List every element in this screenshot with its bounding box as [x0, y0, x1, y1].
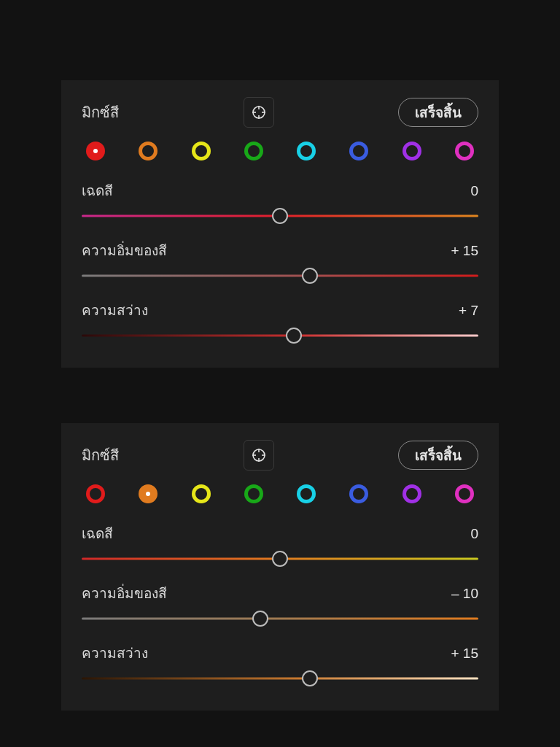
saturation-slider-group: ความอิ่มของสี – 10	[82, 582, 478, 629]
slider-thumb[interactable]	[252, 611, 268, 627]
saturation-value: – 10	[451, 586, 478, 602]
panel-title: มิกซ์สี	[82, 101, 119, 124]
swatch-purple[interactable]	[402, 484, 421, 503]
luminance-label: ความสว่าง	[82, 642, 148, 664]
swatch-green[interactable]	[244, 484, 263, 503]
panel-header: มิกซ์สี เสร็จสิ้น	[82, 96, 478, 128]
luminance-track	[82, 335, 478, 337]
swatch-cyan[interactable]	[297, 484, 316, 503]
swatch-orange[interactable]	[139, 142, 158, 160]
slider-thumb[interactable]	[302, 268, 318, 284]
swatch-red[interactable]	[86, 484, 105, 503]
saturation-slider[interactable]	[82, 266, 478, 286]
hue-slider-group: เฉดสี 0	[82, 179, 478, 226]
swatch-green[interactable]	[244, 142, 263, 160]
hue-value: 0	[470, 183, 478, 199]
swatch-blue[interactable]	[349, 142, 368, 160]
color-mix-panel: มิกซ์สี เสร็จสิ้น	[61, 80, 499, 368]
swatch-magenta[interactable]	[455, 142, 474, 160]
hue-slider[interactable]	[82, 549, 478, 569]
swatch-yellow[interactable]	[192, 484, 211, 503]
color-swatch-row	[82, 128, 478, 166]
slider-thumb[interactable]	[286, 328, 302, 344]
slider-thumb[interactable]	[302, 670, 318, 686]
swatch-purple[interactable]	[402, 142, 421, 160]
hue-label: เฉดสี	[82, 179, 113, 201]
hue-slider-group: เฉดสี 0	[82, 522, 478, 569]
target-adjustment-button[interactable]	[244, 440, 274, 471]
done-button[interactable]: เสร็จสิ้น	[398, 98, 478, 127]
done-button-label: เสร็จสิ้น	[415, 101, 462, 123]
done-button-label: เสร็จสิ้น	[415, 444, 462, 466]
luminance-label: ความสว่าง	[82, 299, 148, 321]
slider-thumb[interactable]	[272, 208, 288, 224]
saturation-label: ความอิ่มของสี	[82, 582, 167, 604]
saturation-slider[interactable]	[82, 608, 478, 629]
swatch-red[interactable]	[86, 142, 105, 160]
luminance-value: + 7	[459, 303, 478, 319]
swatch-blue[interactable]	[349, 484, 368, 503]
color-mix-panel: มิกซ์สี เสร็จสิ้น	[61, 423, 499, 711]
luminance-value: + 15	[451, 646, 478, 662]
panel-title: มิกซ์สี	[82, 444, 119, 467]
panel-header: มิกซ์สี เสร็จสิ้น	[82, 439, 478, 471]
swatch-magenta[interactable]	[455, 484, 474, 503]
done-button[interactable]: เสร็จสิ้น	[398, 441, 478, 470]
luminance-slider[interactable]	[82, 668, 478, 689]
luminance-slider-group: ความสว่าง + 15	[82, 642, 478, 689]
hue-value: 0	[470, 526, 478, 542]
slider-thumb[interactable]	[272, 551, 288, 567]
target-adjustment-button[interactable]	[244, 97, 274, 128]
color-swatch-row	[82, 471, 478, 509]
luminance-track	[82, 678, 478, 680]
target-icon	[252, 448, 266, 462]
swatch-orange[interactable]	[139, 484, 158, 503]
saturation-track	[82, 618, 478, 620]
hue-slider[interactable]	[82, 206, 478, 226]
saturation-value: + 15	[451, 243, 478, 259]
saturation-slider-group: ความอิ่มของสี + 15	[82, 239, 478, 286]
swatch-cyan[interactable]	[297, 142, 316, 160]
target-icon	[252, 105, 266, 120]
luminance-slider-group: ความสว่าง + 7	[82, 299, 478, 346]
luminance-slider[interactable]	[82, 325, 478, 346]
hue-label: เฉดสี	[82, 522, 113, 544]
saturation-track	[82, 275, 478, 277]
saturation-label: ความอิ่มของสี	[82, 239, 167, 261]
swatch-yellow[interactable]	[192, 142, 211, 160]
